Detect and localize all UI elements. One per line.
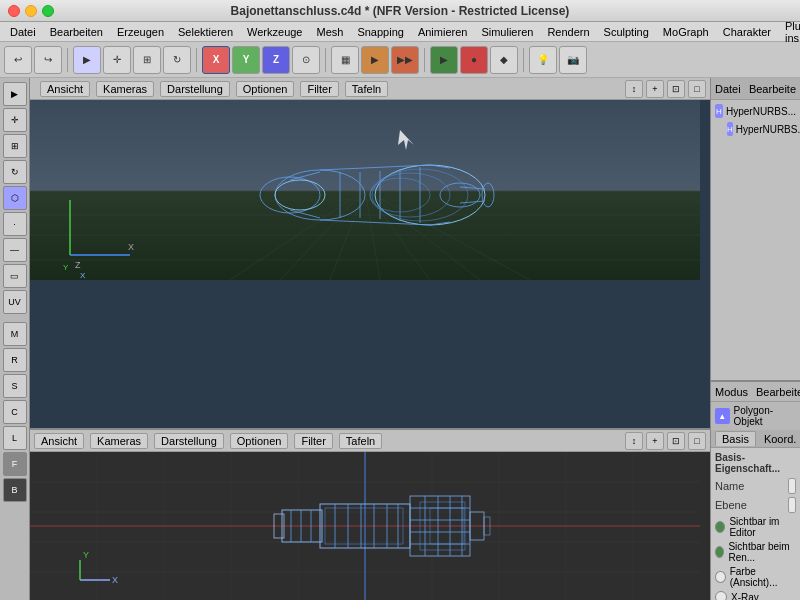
viewport-panels-btn[interactable]: Tafeln [345, 81, 388, 97]
sidebar-render[interactable]: R [3, 348, 27, 372]
tab-basis[interactable]: Basis [715, 431, 756, 446]
tree-item-hypernurbs2[interactable]: H HyperNURBS... [713, 120, 798, 138]
sidebar-edge[interactable]: — [3, 238, 27, 262]
light-btn[interactable]: 💡 [529, 46, 557, 74]
svg-text:X: X [128, 242, 134, 252]
viewport-view-btn[interactable]: Ansicht [40, 81, 90, 97]
minimize-button[interactable] [25, 5, 37, 17]
checkbox-farbe[interactable] [715, 571, 726, 583]
select-tool[interactable]: ▶ [73, 46, 101, 74]
sidebar-fg[interactable]: F [3, 452, 27, 476]
close-button[interactable] [8, 5, 20, 17]
sidebar-l[interactable]: L [3, 426, 27, 450]
traffic-lights [8, 5, 54, 17]
render-all[interactable]: ▶▶ [391, 46, 419, 74]
sidebar-header-bearbeite[interactable]: Bearbeite [749, 83, 796, 95]
viewport-icon-4[interactable]: □ [688, 80, 706, 98]
sidebar-poly[interactable]: ▭ [3, 264, 27, 288]
sidebar-point[interactable]: · [3, 212, 27, 236]
tab-koord[interactable]: Koord. [758, 432, 800, 446]
filter-btn2[interactable]: Filter [294, 433, 332, 449]
undo-button[interactable]: ↩ [4, 46, 32, 74]
prop-ebene-value[interactable] [788, 497, 796, 513]
sidebar-mat[interactable]: M [3, 322, 27, 346]
redo-button[interactable]: ↪ [34, 46, 62, 74]
menu-item-bearbeiten[interactable]: Bearbeiten [44, 25, 109, 39]
svg-text:X: X [112, 575, 118, 585]
prop-section-title: Basis-Eigenschaft... [715, 452, 796, 474]
x-mode[interactable]: X [202, 46, 230, 74]
y-mode[interactable]: Y [232, 46, 260, 74]
viewport-canvas-2d[interactable]: Oben [30, 452, 710, 600]
menu-item-erzeugen[interactable]: Erzeugen [111, 25, 170, 39]
menu-item-plug-ins[interactable]: Plug-ins [779, 19, 800, 45]
sidebar-rotate[interactable]: ↻ [3, 160, 27, 184]
menu-item-sculpting[interactable]: Sculpting [598, 25, 655, 39]
prop-name-label: Name [715, 480, 784, 492]
viewport-canvas-3d[interactable]: Zentralperspektive [30, 100, 710, 428]
viewport-icon-3[interactable]: ⊡ [667, 80, 685, 98]
vp2-icon4[interactable]: □ [688, 432, 706, 450]
viewport-filter-btn[interactable]: Filter [300, 81, 338, 97]
svg-text:Z: Z [75, 260, 81, 270]
viewport-bottom: Ansicht Kameras Darstellung Optionen Fil… [30, 430, 710, 600]
disp-btn2[interactable]: Darstellung [154, 433, 224, 449]
menu-item-simulieren[interactable]: Simulieren [475, 25, 539, 39]
sidebar-move[interactable]: ✛ [3, 108, 27, 132]
sidebar-object[interactable]: ⬡ [3, 186, 27, 210]
anim-play[interactable]: ▶ [430, 46, 458, 74]
properties-content: Basis-Eigenschaft... Name Ebene Sichtbar… [711, 448, 800, 600]
prop-name-value[interactable] [788, 478, 796, 494]
left-sidebar: ▶ ✛ ⊞ ↻ ⬡ · — ▭ UV M R S C L F B [0, 78, 30, 600]
cam-btn2[interactable]: Kameras [90, 433, 148, 449]
sidebar-scene[interactable]: S [3, 374, 27, 398]
menu-item-rendern[interactable]: Rendern [541, 25, 595, 39]
sidebar-bg[interactable]: B [3, 478, 27, 502]
sidebar-header-datei[interactable]: Datei [715, 83, 741, 95]
menu-bar: DateiBearbeitenErzeugenSelektierenWerkze… [0, 22, 800, 42]
viewport-cam-btn[interactable]: Kameras [96, 81, 154, 97]
menu-item-mograph[interactable]: MoGraph [657, 25, 715, 39]
render-region[interactable]: ▦ [331, 46, 359, 74]
move-tool[interactable]: ✛ [103, 46, 131, 74]
vp2-icon2[interactable]: + [646, 432, 664, 450]
menu-item-werkzeuge[interactable]: Werkzeuge [241, 25, 308, 39]
prop-header-bearbeite[interactable]: Bearbeite [756, 386, 800, 398]
space-mode[interactable]: ⊙ [292, 46, 320, 74]
viewport-icon-2[interactable]: + [646, 80, 664, 98]
checkbox-render[interactable] [715, 546, 724, 558]
menu-item-animieren[interactable]: Animieren [412, 25, 474, 39]
vp2-icon3[interactable]: ⊡ [667, 432, 685, 450]
scale-tool[interactable]: ⊞ [133, 46, 161, 74]
viewport-disp-btn[interactable]: Darstellung [160, 81, 230, 97]
view-btn2[interactable]: Ansicht [34, 433, 84, 449]
sidebar-cam[interactable]: C [3, 400, 27, 424]
menu-item-snapping[interactable]: Snapping [351, 25, 410, 39]
sidebar-uvw[interactable]: UV [3, 290, 27, 314]
sidebar-pointer[interactable]: ▶ [3, 82, 27, 106]
viewport-icon-1[interactable]: ↕ [625, 80, 643, 98]
checkbox-xray[interactable] [715, 591, 727, 600]
render-active[interactable]: ▶ [361, 46, 389, 74]
main-layout: ▶ ✛ ⊞ ↻ ⬡ · — ▭ UV M R S C L F B Ansicht… [0, 78, 800, 600]
sidebar-scale[interactable]: ⊞ [3, 134, 27, 158]
tree-item-hypernurbs1[interactable]: H HyperNURBS... [713, 102, 798, 120]
panels-btn2[interactable]: Tafeln [339, 433, 382, 449]
menu-item-charakter[interactable]: Charakter [717, 25, 777, 39]
viewport-bottom-icons: ↕ + ⊡ □ [625, 432, 706, 450]
camera-btn[interactable]: 📷 [559, 46, 587, 74]
z-mode[interactable]: Z [262, 46, 290, 74]
anim-record[interactable]: ● [460, 46, 488, 74]
prop-header-modus[interactable]: Modus [715, 386, 748, 398]
menu-item-mesh[interactable]: Mesh [310, 25, 349, 39]
menu-item-datei[interactable]: Datei [4, 25, 42, 39]
maximize-button[interactable] [42, 5, 54, 17]
prop-ebene-label: Ebene [715, 499, 784, 511]
checkbox-editor[interactable] [715, 521, 725, 533]
anim-keyframe[interactable]: ◆ [490, 46, 518, 74]
opt-btn2[interactable]: Optionen [230, 433, 289, 449]
viewport-opt-btn[interactable]: Optionen [236, 81, 295, 97]
vp2-icon1[interactable]: ↕ [625, 432, 643, 450]
menu-item-selektieren[interactable]: Selektieren [172, 25, 239, 39]
rotate-tool[interactable]: ↻ [163, 46, 191, 74]
